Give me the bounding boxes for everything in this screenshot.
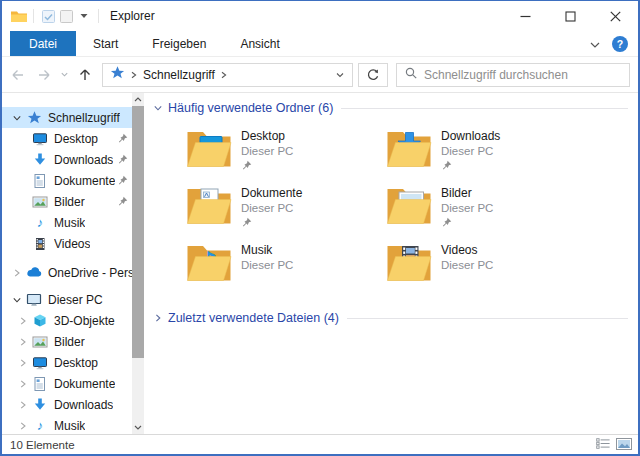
- tab-start[interactable]: Start: [76, 31, 135, 56]
- title-bar: Explorer: [2, 1, 638, 31]
- chevron-right-icon[interactable]: [14, 316, 32, 326]
- refresh-button[interactable]: [358, 63, 388, 87]
- chevron-right-icon[interactable]: [14, 421, 32, 431]
- scrollbar-thumb[interactable]: [132, 106, 144, 358]
- address-bar[interactable]: Schnellzugriff: [102, 63, 353, 87]
- status-bar: 10 Elemente: [2, 434, 638, 454]
- help-button[interactable]: ?: [612, 36, 628, 52]
- pin-icon: [441, 217, 493, 228]
- sidebar-item-onedrive[interactable]: OneDrive - Personal: [2, 262, 132, 283]
- section-title[interactable]: Zuletzt verwendete Dateien (4): [168, 311, 339, 325]
- tile-text: Musik Dieser PC: [241, 242, 293, 286]
- desktop-folder-icon: [186, 128, 232, 170]
- chevron-down-icon[interactable]: [8, 113, 26, 123]
- sidebar-item-musik-pc[interactable]: ♪ Musik: [2, 415, 132, 434]
- folder-name: Dokumente: [241, 186, 302, 201]
- folder-tile-bilder[interactable]: Bilder Dieser PC: [386, 185, 586, 229]
- sidebar-item-label: Dieser PC: [48, 293, 103, 307]
- breadcrumb-chevron-icon[interactable]: [220, 66, 228, 84]
- sidebar-item-bilder[interactable]: Bilder: [2, 191, 132, 212]
- folder-tile-dokumente[interactable]: Dokumente Dieser PC: [186, 185, 386, 229]
- chevron-right-icon[interactable]: [14, 400, 32, 410]
- sidebar-item-schnellzugriff[interactable]: Schnellzugriff: [2, 107, 132, 128]
- 3d-objects-icon: [32, 313, 48, 329]
- sidebar-item-dieser-pc[interactable]: Dieser PC: [2, 289, 132, 310]
- thumbnail-view-button[interactable]: [616, 438, 632, 452]
- chevron-down-icon[interactable]: [150, 103, 166, 113]
- minimize-button[interactable]: [503, 1, 548, 31]
- maximize-button[interactable]: [548, 1, 593, 31]
- folder-tile-musik[interactable]: ♪ Musik Dieser PC: [186, 242, 386, 286]
- folder-tile-downloads[interactable]: Downloads Dieser PC: [386, 128, 586, 172]
- folder-name: Bilder: [441, 186, 493, 201]
- breadcrumb-chevron-icon[interactable]: [130, 66, 138, 84]
- explorer-window: Explorer Datei Start Freigeben Ansicht ?: [0, 0, 640, 456]
- help-glyph: ?: [617, 38, 623, 50]
- pin-icon: [117, 154, 128, 165]
- scroll-down-arrow-icon[interactable]: [132, 421, 144, 434]
- folder-tile-videos[interactable]: Videos Dieser PC: [386, 242, 586, 286]
- sidebar-item-desktop[interactable]: Desktop: [2, 128, 132, 149]
- sidebar-scrollbar[interactable]: [132, 93, 144, 434]
- music-icon: ♪: [32, 418, 48, 434]
- sidebar-item-downloads[interactable]: Downloads: [2, 149, 132, 170]
- breadcrumb-location[interactable]: Schnellzugriff: [143, 68, 215, 82]
- navigation-pane: Schnellzugriff Desktop Downloads Dokumen…: [2, 93, 144, 434]
- sidebar-item-desktop-pc[interactable]: Desktop: [2, 352, 132, 373]
- chevron-right-icon[interactable]: [14, 337, 32, 347]
- sidebar-item-videos[interactable]: Videos: [2, 233, 132, 254]
- close-button[interactable]: [593, 1, 638, 31]
- section-title[interactable]: Häufig verwendete Ordner (6): [168, 101, 333, 115]
- tab-ansicht[interactable]: Ansicht: [223, 31, 296, 56]
- sidebar-item-3d-objekte[interactable]: 3D-Objekte: [2, 310, 132, 331]
- downloads-icon: [32, 152, 48, 168]
- section-header-recent-files[interactable]: Zuletzt verwendete Dateien (4): [150, 309, 630, 327]
- section-rule: [347, 318, 628, 319]
- section-header-frequent-folders[interactable]: Häufig verwendete Ordner (6): [150, 99, 630, 117]
- sidebar-item-label: Dokumente: [54, 377, 115, 391]
- folder-location: Dieser PC: [241, 144, 293, 158]
- chevron-down-icon[interactable]: [8, 295, 26, 305]
- tab-datei[interactable]: Datei: [10, 31, 76, 56]
- sidebar-item-label: Bilder: [54, 335, 85, 349]
- onedrive-cloud-icon: [26, 265, 42, 281]
- chevron-right-icon[interactable]: [14, 379, 32, 389]
- expand-ribbon-chevron-icon[interactable]: [590, 35, 600, 53]
- chevron-right-icon[interactable]: [150, 313, 166, 323]
- pin-icon: [117, 133, 128, 144]
- divider: [33, 9, 34, 23]
- search-box[interactable]: [396, 63, 630, 87]
- chevron-right-icon[interactable]: [14, 358, 32, 368]
- folder-tile-desktop[interactable]: Desktop Dieser PC: [186, 128, 386, 172]
- details-view-button[interactable]: [596, 438, 610, 451]
- pictures-icon: [32, 194, 48, 210]
- chevron-right-icon[interactable]: [8, 268, 26, 278]
- pin-icon: [117, 175, 128, 186]
- section-rule: [341, 108, 628, 109]
- tree-spacer: [2, 254, 132, 262]
- document-icon: [32, 173, 48, 189]
- computer-icon: [26, 292, 42, 308]
- up-button[interactable]: [73, 63, 97, 87]
- tab-label: Start: [93, 37, 118, 51]
- explorer-app-icon[interactable]: [10, 7, 28, 25]
- pin-icon: [241, 160, 293, 171]
- sidebar-item-downloads-pc[interactable]: Downloads: [2, 394, 132, 415]
- address-dropdown-caret-icon[interactable]: [335, 70, 345, 80]
- sidebar-item-bilder-pc[interactable]: Bilder: [2, 331, 132, 352]
- folder-location: Dieser PC: [241, 201, 302, 215]
- sidebar-item-musik[interactable]: ♪ Musik: [2, 212, 132, 233]
- tile-text: Downloads Dieser PC: [441, 128, 500, 172]
- recent-locations-caret-icon[interactable]: [58, 63, 71, 87]
- view-toggle-buttons: [596, 438, 632, 452]
- videos-folder-icon: [386, 242, 432, 284]
- sidebar-item-dokumente-pc[interactable]: Dokumente: [2, 373, 132, 394]
- tile-text: Dokumente Dieser PC: [241, 185, 302, 229]
- tab-freigeben[interactable]: Freigeben: [135, 31, 223, 56]
- search-input[interactable]: [424, 68, 622, 82]
- customize-toolbar-caret-icon[interactable]: [75, 7, 93, 25]
- scroll-up-arrow-icon[interactable]: [132, 93, 144, 106]
- sidebar-item-dokumente[interactable]: Dokumente: [2, 170, 132, 191]
- sidebar-item-label: Dokumente: [54, 174, 115, 188]
- new-folder-button: [57, 7, 75, 25]
